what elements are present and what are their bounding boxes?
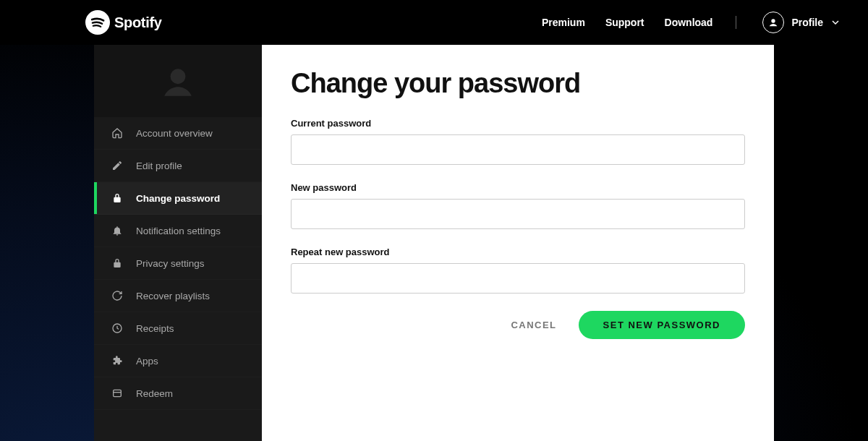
field-repeat-password: Repeat new password: [291, 247, 745, 294]
cancel-button[interactable]: CANCEL: [511, 320, 556, 330]
nav-premium[interactable]: Premium: [542, 17, 585, 28]
sidebar-item-receipts[interactable]: Receipts: [94, 312, 262, 345]
label-current-password: Current password: [291, 118, 745, 129]
svg-point-1: [772, 19, 775, 22]
sidebar-item-label: Recover playlists: [136, 291, 210, 301]
clock-icon: [111, 322, 123, 334]
label-new-password: New password: [291, 182, 745, 193]
field-current-password: Current password: [291, 118, 745, 165]
puzzle-icon: [111, 355, 123, 367]
sidebar-item-label: Change password: [136, 193, 220, 204]
card-icon: [111, 388, 123, 399]
header-nav: Premium Support Download Profile: [542, 12, 839, 33]
page-title: Change your password: [291, 68, 745, 99]
input-new-password[interactable]: [291, 199, 745, 229]
input-current-password[interactable]: [291, 134, 745, 165]
lock-icon: [111, 257, 123, 269]
svg-rect-4: [114, 390, 122, 396]
sidebar-item-label: Account overview: [136, 128, 213, 139]
nav-download[interactable]: Download: [665, 17, 713, 28]
main-content: Change your password Current password Ne…: [262, 45, 774, 441]
label-repeat-password: Repeat new password: [291, 247, 745, 257]
bell-icon: [111, 225, 123, 236]
set-password-button[interactable]: SET NEW PASSWORD: [579, 311, 745, 339]
sidebar-item-label: Privacy settings: [136, 258, 205, 269]
sidebar-item-label: Notification settings: [136, 226, 221, 236]
nav-divider: [736, 16, 736, 29]
sidebar-item-label: Redeem: [136, 388, 173, 399]
field-new-password: New password: [291, 182, 745, 229]
app-header: Spotify Premium Support Download Profile: [0, 0, 868, 45]
lock-icon: [111, 192, 123, 204]
home-icon: [111, 127, 123, 139]
chevron-down-icon: [832, 16, 839, 29]
sidebar-item-label: Edit profile: [136, 160, 182, 171]
pencil-icon: [111, 160, 123, 171]
svg-point-2: [171, 69, 186, 84]
spotify-icon: [85, 10, 110, 35]
sidebar-item-overview[interactable]: Account overview: [94, 117, 262, 150]
sidebar-item-edit-profile[interactable]: Edit profile: [94, 150, 262, 182]
page-container: Account overview Edit profile Change pas…: [94, 45, 774, 441]
input-repeat-password[interactable]: [291, 263, 745, 294]
sidebar-list: Account overview Edit profile Change pas…: [94, 117, 262, 410]
sidebar-item-label: Receipts: [136, 323, 174, 334]
sidebar-item-label: Apps: [136, 356, 158, 367]
sidebar-item-notifications[interactable]: Notification settings: [94, 215, 262, 247]
form-actions: CANCEL SET NEW PASSWORD: [291, 311, 745, 339]
profile-menu[interactable]: Profile: [762, 12, 839, 33]
sidebar: Account overview Edit profile Change pas…: [94, 45, 262, 441]
brand-name: Spotify: [114, 14, 162, 31]
sidebar-item-redeem[interactable]: Redeem: [94, 377, 262, 410]
sidebar-item-change-password[interactable]: Change password: [94, 182, 262, 215]
sidebar-item-privacy[interactable]: Privacy settings: [94, 247, 262, 280]
sidebar-item-apps[interactable]: Apps: [94, 345, 262, 377]
sidebar-item-recover[interactable]: Recover playlists: [94, 280, 262, 312]
refresh-icon: [111, 290, 123, 301]
user-avatar-icon: [762, 12, 784, 33]
profile-label: Profile: [791, 17, 823, 28]
nav-support[interactable]: Support: [605, 17, 644, 28]
sidebar-avatar: [94, 45, 262, 117]
brand-logo[interactable]: Spotify: [85, 10, 162, 35]
